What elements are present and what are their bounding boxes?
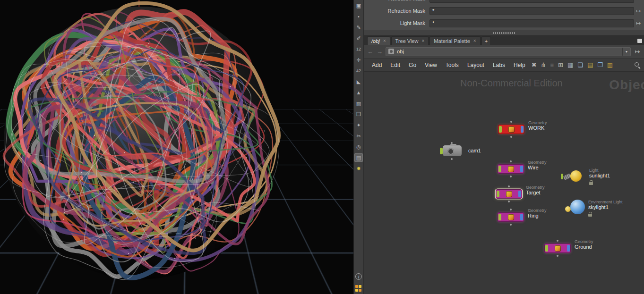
slope-icon[interactable]: ◣	[354, 77, 363, 86]
pane-divider[interactable]	[364, 30, 644, 36]
camera-node-icon[interactable]	[443, 145, 462, 156]
param-input[interactable]: *	[429, 0, 634, 3]
tab-obj[interactable]: /obj×	[367, 36, 390, 45]
output-connector[interactable]	[508, 201, 510, 202]
param-menu-icon[interactable]: ↦	[634, 0, 643, 2]
param-menu-icon[interactable]: ↦	[634, 8, 643, 14]
tab-close-icon[interactable]: ×	[422, 38, 425, 43]
display-flag[interactable]	[567, 245, 570, 252]
scene-viewport[interactable]	[0, 0, 353, 294]
output-connector[interactable]	[510, 176, 512, 177]
network-editor-canvas[interactable]: Non-Commercial Edition Objects GeometryW…	[364, 72, 644, 294]
node-body[interactable]	[496, 189, 522, 199]
render-view-icon[interactable]: ▤	[354, 153, 363, 162]
node-sunlight1[interactable]: Lightsunlight1	[561, 169, 586, 185]
shelf-icon[interactable]: ▥	[607, 62, 613, 68]
panel-menu-icon[interactable]	[637, 39, 642, 43]
node-wire[interactable]: GeometryWire	[498, 164, 524, 174]
tab-close-icon[interactable]: ×	[473, 38, 476, 43]
view-icon[interactable]: ▣	[354, 1, 363, 10]
display-flag[interactable]	[520, 214, 523, 220]
display-flag[interactable]	[521, 126, 524, 133]
input-connector[interactable]	[508, 185, 510, 187]
new-tab-button[interactable]: +	[481, 36, 491, 45]
node-body[interactable]	[544, 244, 571, 253]
hierarchy-icon[interactable]: ⋔	[541, 62, 546, 68]
selectable-flag[interactable]	[498, 166, 501, 172]
menu-labs[interactable]: Labs	[489, 60, 509, 70]
param-input[interactable]: *	[429, 7, 634, 15]
dot-handle-icon[interactable]: •	[354, 12, 363, 21]
menu-help[interactable]: Help	[509, 60, 530, 70]
node-body[interactable]	[498, 125, 524, 134]
pen-icon[interactable]: ✎	[354, 23, 363, 32]
selectable-flag[interactable]	[545, 245, 548, 252]
path-dropdown-icon[interactable]: ▼	[622, 48, 630, 56]
node-body[interactable]	[498, 212, 524, 222]
tools-icon[interactable]: ✖	[532, 62, 537, 68]
menu-edit[interactable]: Edit	[386, 60, 404, 70]
param-menu-icon[interactable]: ↦	[634, 20, 643, 26]
search-icon[interactable]	[634, 62, 641, 68]
menu-layout[interactable]: Layout	[463, 60, 489, 70]
desktop-grid-cell	[359, 285, 361, 288]
divider-grip-icon[interactable]	[493, 32, 515, 34]
tab-close-icon[interactable]: ×	[383, 38, 386, 43]
image-plane-icon[interactable]: ▨	[354, 99, 363, 108]
cone-icon[interactable]: ▲	[354, 88, 363, 97]
tab-materialpalette[interactable]: Material Palette×	[429, 36, 480, 45]
menu-go[interactable]: Go	[404, 60, 421, 70]
environment-sphere-icon[interactable]	[570, 200, 585, 214]
node-labels: Environment Lightskylight1	[588, 200, 623, 218]
input-connector[interactable]	[510, 121, 512, 123]
node-ground[interactable]: GeometryGround	[544, 244, 571, 253]
output-connector[interactable]	[510, 136, 512, 138]
input-connector[interactable]	[510, 160, 512, 162]
output-connector[interactable]	[510, 224, 512, 226]
node-skylight1[interactable]: Environment Lightskylight1	[563, 200, 587, 216]
grid-42-icon[interactable]: 42	[354, 67, 363, 75]
node-target[interactable]: GeometryTarget	[496, 189, 522, 199]
network-path-value[interactable]: obj	[397, 49, 622, 54]
menu-tools[interactable]: Tools	[441, 60, 463, 70]
notes-icon[interactable]: ▤	[587, 62, 593, 68]
node-work[interactable]: GeometryWORK	[498, 125, 524, 134]
selectable-flag[interactable]	[498, 214, 501, 220]
input-connector[interactable]	[510, 209, 512, 210]
pane-add-icon[interactable]: ❐	[597, 62, 603, 68]
grid-view-icon[interactable]: ⊞	[558, 62, 563, 68]
network-path-field[interactable]: obj ▼	[386, 47, 631, 56]
display-flag[interactable]	[518, 191, 521, 197]
output-connector[interactable]	[451, 158, 453, 160]
selectable-flag[interactable]	[497, 191, 499, 197]
menu-add[interactable]: Add	[368, 60, 386, 70]
light-icon[interactable]: ✹	[354, 164, 363, 173]
pencil-icon[interactable]: ✐	[354, 34, 363, 42]
brush-icon[interactable]: ✛	[354, 56, 363, 64]
node-cam1[interactable]: cam1	[439, 145, 464, 157]
menu-view[interactable]: View	[421, 60, 441, 70]
node-body[interactable]	[498, 164, 524, 174]
scissors-icon[interactable]: ✂	[354, 132, 363, 140]
desktop-grid-icon[interactable]	[355, 285, 362, 292]
input-connector[interactable]	[557, 240, 558, 242]
jump-to-operator-icon[interactable]: ↦	[633, 48, 642, 55]
grid-12-icon[interactable]: 12	[354, 45, 363, 53]
list-icon[interactable]: ≡	[550, 62, 554, 68]
output-connector[interactable]	[557, 255, 558, 257]
param-input[interactable]: *	[429, 19, 634, 27]
disc-icon[interactable]: ◎	[354, 143, 363, 151]
info-icon[interactable]: i	[355, 273, 362, 280]
back-arrow-icon[interactable]: ←	[367, 48, 374, 55]
selectable-flag[interactable]	[440, 148, 443, 154]
new-pane-icon[interactable]: ❏	[577, 62, 583, 68]
box-icon[interactable]: ❒	[354, 110, 363, 118]
selectable-flag[interactable]	[499, 126, 502, 133]
forward-arrow-icon[interactable]: →	[376, 48, 383, 55]
table-view-icon[interactable]: ▦	[567, 62, 573, 68]
node-ring[interactable]: GeometryRing	[498, 212, 524, 222]
spark-icon[interactable]: ✦	[354, 121, 363, 129]
tab-treeview[interactable]: Tree View×	[391, 36, 429, 45]
display-flag[interactable]	[520, 166, 523, 172]
light-bulb-icon[interactable]	[570, 170, 582, 182]
